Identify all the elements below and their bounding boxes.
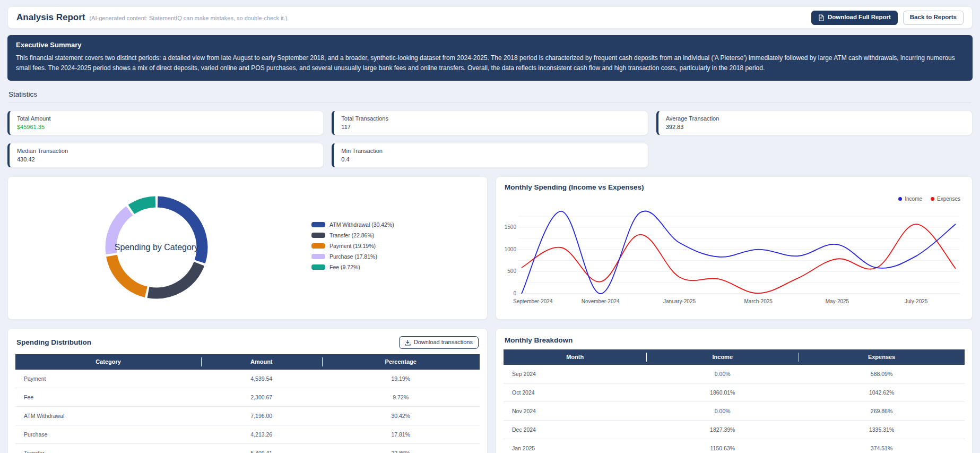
legend-swatch [311,233,325,238]
table-cell: 374.51% [799,439,965,453]
table-cell: Payment [15,370,201,388]
table-cell: ATM Withdrawal [15,407,201,425]
donut-legend-item[interactable]: Transfer (22.86%) [311,232,394,238]
column-header-expenses: Expenses [799,349,965,365]
table-row: Fee2,300.679.72% [15,388,480,407]
back-to-reports-button[interactable]: Back to Reports [903,11,964,25]
statistics-cards-grid: Total Amount$45961.35Total Transactions1… [7,110,973,168]
table-cell: 269.86% [799,402,965,421]
table-cell: 9.72% [322,388,480,407]
executive-summary-title: Executive Summary [16,41,964,49]
stat-card-min-transaction: Min Transaction0.4 [332,143,648,168]
table-cell: 19.19% [322,370,480,388]
legend-label: ATM Withdrawal (30.42%) [329,221,394,228]
donut-legend-item[interactable]: ATM Withdrawal (30.42%) [311,221,394,228]
donut-legend-item[interactable]: Fee (9.72%) [311,264,394,270]
statistics-heading: Statistics [8,90,972,103]
stat-card-total-transactions: Total Transactions117 [332,110,648,135]
column-header-percentage: Percentage [322,354,480,370]
executive-summary-text: This financial statement covers two dist… [16,53,964,74]
line-legend-item-income[interactable]: Income [898,196,922,202]
column-header-income: Income [646,349,799,365]
executive-summary-panel: Executive Summary This financial stateme… [7,35,973,81]
stat-label: Total Amount [17,115,316,122]
donut-segment-payment[interactable] [111,256,146,292]
table-row: Purchase4,213.2617.81% [15,425,480,444]
column-header-amount: Amount [201,354,322,370]
legend-label: Purchase (17.81%) [329,253,377,260]
donut-segment-fee[interactable] [131,202,155,209]
table-cell: 7,196.00 [201,407,322,425]
donut-legend-item[interactable]: Purchase (17.81%) [311,253,394,260]
table-cell: 0.00% [646,402,799,421]
stat-label: Average Transaction [666,115,965,122]
legend-swatch [311,254,325,259]
page-subtitle: (AI-generated content: StatementIQ can m… [89,15,287,21]
y-axis-tick: 1500 [505,224,517,230]
table-cell: 2,300.67 [201,388,322,407]
stat-label: Total Transactions [341,115,640,122]
legend-label: Payment (19.19%) [329,243,376,249]
x-axis-tick: July-2025 [905,298,928,304]
y-axis-tick: 0 [513,290,516,296]
x-axis-tick: May-2025 [826,298,849,304]
line-series-expenses [522,224,956,293]
download-transactions-label: Download transactions [414,339,473,345]
monthly-spending-line-chart: 050010001500September-2024November-2024J… [504,204,961,313]
table-row: Nov 20240.00%269.86% [504,402,965,421]
x-axis-tick: March-2025 [744,298,773,304]
column-header-month: Month [504,349,646,365]
table-cell: 588.09% [799,365,965,383]
top-header-bar: Analysis Report (AI-generated content: S… [7,6,973,29]
stat-value: $45961.35 [17,124,316,130]
x-axis-tick: January-2025 [663,298,696,304]
table-cell: 1827.39% [646,421,799,439]
table-cell: 17.81% [322,425,480,444]
legend-dot [898,197,902,201]
table-row: Transfer5,409.4122.86% [15,444,480,453]
monthly-spending-chart-title: Monthly Spending (Income vs Expenses) [505,183,964,191]
y-axis-tick: 500 [507,268,516,274]
table-row: Dec 20241827.39%1335.31% [504,421,965,439]
donut-legend-item[interactable]: Payment (19.19%) [311,243,394,249]
download-full-report-label: Download Full Report [828,14,891,21]
table-cell: Transfer [15,444,201,453]
table-cell: 1150.63% [646,439,799,453]
table-cell: Oct 2024 [504,383,646,402]
monthly-breakdown-title: Monthly Breakdown [505,336,573,344]
table-cell: 4,539.54 [201,370,322,388]
table-cell: Nov 2024 [504,402,646,421]
file-document-icon [818,14,825,21]
table-cell: 0.00% [646,365,799,383]
spending-by-category-donut-chart: Spending by Category [99,190,214,307]
stat-label: Median Transaction [17,148,316,154]
table-cell: Fee [15,388,201,407]
table-row: ATM Withdrawal7,196.0030.42% [15,407,480,425]
spending-by-category-chart-card: Spending by Category ATM Withdrawal (30.… [7,176,488,320]
stat-value: 117 [341,124,640,130]
table-row: Sep 20240.00%588.09% [504,365,965,383]
table-cell: 30.42% [322,407,480,425]
donut-segment-transfer[interactable] [148,264,199,293]
download-transactions-button[interactable]: Download transactions [399,336,479,349]
stat-card-average-transaction: Average Transaction392.83 [656,110,973,135]
x-axis-tick: November-2024 [582,298,620,304]
legend-swatch [311,264,325,270]
table-cell: 1042.62% [799,383,965,402]
legend-dot [931,197,934,201]
download-full-report-button[interactable]: Download Full Report [811,11,898,25]
stat-label: Min Transaction [341,148,640,154]
donut-segment-atm-withdrawal[interactable] [158,202,202,262]
back-to-reports-label: Back to Reports [910,14,957,21]
monthly-breakdown-section: Monthly Breakdown MonthIncomeExpensesSep… [496,328,973,453]
stat-card-total-amount: Total Amount$45961.35 [7,110,324,135]
monthly-breakdown-table: MonthIncomeExpensesSep 20240.00%588.09%O… [504,349,965,453]
legend-swatch [311,243,325,249]
legend-label: Income [905,196,922,202]
donut-center-label: Spending by Category [115,243,198,252]
download-icon [405,339,411,346]
line-legend-item-expenses[interactable]: Expenses [931,196,960,202]
stat-value: 392.83 [666,124,965,130]
table-cell: Purchase [15,425,201,444]
legend-swatch [311,222,325,227]
